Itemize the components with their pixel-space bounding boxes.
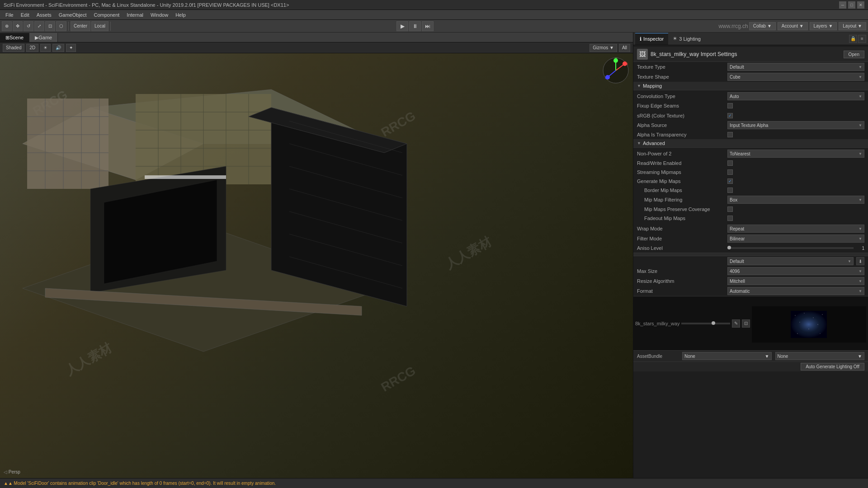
inspector-panel: ℹ Inspector ☀ 3 Lighting 🔒 ≡ 🖼 8k_stars_… bbox=[633, 33, 868, 478]
fixup-checkbox[interactable] bbox=[727, 103, 733, 108]
scene-viewport[interactable]: RRCG 人人素材 RRCG 人人素材 RRCG 人人素材 RRCG bbox=[0, 53, 633, 478]
account-button[interactable]: Account ▼ bbox=[778, 22, 808, 30]
preview-more-button[interactable]: ⊡ bbox=[742, 319, 750, 328]
layout-button[interactable]: Layout ▼ bbox=[839, 22, 866, 30]
aniso-slider[interactable] bbox=[727, 247, 854, 249]
tab-game[interactable]: ▶ Game bbox=[29, 33, 58, 42]
step-button[interactable]: ⏭ bbox=[422, 21, 434, 31]
border-mip-checkbox[interactable] bbox=[727, 188, 733, 193]
menu-edit[interactable]: Edit bbox=[17, 11, 33, 19]
menu-gameobject[interactable]: GameObject bbox=[55, 11, 90, 19]
pivot-center-button[interactable]: Center bbox=[71, 21, 90, 31]
texture-shape-dropdown[interactable]: Cube ▼ bbox=[727, 73, 864, 81]
mip-preserve-checkbox[interactable] bbox=[727, 206, 733, 212]
max-size-dropdown[interactable]: 4096 ▼ bbox=[727, 267, 864, 275]
layers-button[interactable]: Layers ▼ bbox=[810, 22, 837, 30]
menu-help[interactable]: Help bbox=[172, 11, 189, 19]
filter-mode-label: Filter Mode bbox=[637, 236, 727, 241]
main-layout: ⊞ Scene ▶ Game Shaded 2D ☀ 🔊 ✦ Gizmos ▼ … bbox=[0, 33, 868, 478]
tool-rotate[interactable]: ↺ bbox=[24, 21, 33, 31]
resize-algo-label: Resize Algorithm bbox=[637, 278, 727, 284]
generate-mip-checkbox[interactable] bbox=[727, 178, 733, 184]
alpha-source-dropdown[interactable]: Input Texture Alpha ▼ bbox=[727, 121, 864, 129]
space-local-button[interactable]: Local bbox=[91, 21, 108, 31]
toolbar: ⊕ ✥ ↺ ⤢ ⊡ ⬡ Center Local ▶ ⏸ ⏭ www.rrcg.… bbox=[0, 20, 868, 33]
lights-button[interactable]: ☀ bbox=[40, 44, 51, 52]
resize-algo-dropdown[interactable]: Mitchell ▼ bbox=[727, 277, 864, 285]
fx-button[interactable]: ✦ bbox=[66, 44, 76, 52]
alpha-source-label: Alpha Source bbox=[637, 122, 727, 128]
convolution-dropdown[interactable]: Auto ▼ bbox=[727, 92, 864, 100]
gizmos-button[interactable]: Gizmos ▼ bbox=[590, 44, 617, 52]
tool-scale[interactable]: ⤢ bbox=[34, 21, 44, 31]
tool-qwerty[interactable]: ⊕ bbox=[2, 21, 12, 31]
srgb-checkbox[interactable] bbox=[727, 113, 733, 118]
menu-component[interactable]: Component bbox=[90, 11, 123, 19]
svg-point-54 bbox=[809, 328, 809, 329]
pause-button[interactable]: ⏸ bbox=[409, 21, 421, 31]
texture-type-dropdown[interactable]: Default ▼ bbox=[727, 63, 864, 71]
audio-button[interactable]: 🔊 bbox=[52, 44, 64, 52]
mapping-section-header[interactable]: ▼ Mapping bbox=[633, 82, 868, 90]
tab-inspector[interactable]: ℹ Inspector bbox=[635, 33, 668, 45]
inspector-menu-button[interactable]: ≡ bbox=[858, 35, 866, 43]
alpha-transparency-checkbox[interactable] bbox=[727, 132, 733, 137]
aniso-value: 1 bbox=[855, 246, 864, 251]
texture-type-label: Texture Type bbox=[637, 64, 727, 70]
srgb-row: sRGB (Color Texture) bbox=[633, 111, 868, 120]
non-power-dropdown[interactable]: ToNearest ▼ bbox=[727, 150, 864, 158]
minimize-button[interactable]: ─ bbox=[839, 1, 846, 9]
mip-filtering-dropdown[interactable]: Box ▼ bbox=[727, 196, 864, 204]
shaded-button[interactable]: Shaded bbox=[3, 44, 24, 52]
close-button[interactable]: ✕ bbox=[857, 1, 864, 9]
streaming-checkbox[interactable] bbox=[727, 169, 733, 175]
assetbundle-variant[interactable]: None ▼ bbox=[775, 352, 865, 360]
menu-file[interactable]: File bbox=[2, 11, 17, 19]
readwrite-checkbox[interactable] bbox=[727, 160, 733, 166]
format-dropdown[interactable]: Automatic ▼ bbox=[727, 287, 864, 295]
play-button[interactable]: ▶ bbox=[396, 21, 408, 31]
tab-inspector-label: Inspector bbox=[643, 36, 664, 42]
non-power-row: Non-Power of 2 ToNearest ▼ bbox=[633, 149, 868, 159]
inspector-lock-button[interactable]: 🔒 bbox=[849, 35, 857, 43]
border-mip-row: Border Mip Maps bbox=[633, 186, 868, 195]
tool-rect[interactable]: ⊡ bbox=[45, 21, 55, 31]
tab-lighting[interactable]: ☀ 3 Lighting bbox=[668, 33, 705, 45]
scene-tabs: ⊞ Scene ▶ Game bbox=[0, 33, 633, 42]
menu-internal[interactable]: Internal bbox=[123, 11, 147, 19]
2d-button[interactable]: 2D bbox=[26, 44, 38, 52]
srgb-label: sRGB (Color Texture) bbox=[637, 113, 727, 118]
tool-transform[interactable]: ⬡ bbox=[56, 21, 66, 31]
inspector-tabs: ℹ Inspector ☀ 3 Lighting 🔒 ≡ bbox=[633, 33, 868, 45]
svg-point-50 bbox=[813, 317, 814, 318]
scene-gizmo[interactable]: X Y Z bbox=[602, 57, 629, 84]
preview-edit-button[interactable]: ✎ bbox=[732, 319, 740, 328]
non-power-label: Non-Power of 2 bbox=[637, 151, 727, 156]
preview-slider[interactable] bbox=[681, 323, 730, 324]
all-button[interactable]: All bbox=[619, 44, 630, 52]
tab-scene[interactable]: ⊞ Scene bbox=[0, 33, 29, 42]
advanced-arrow: ▼ bbox=[637, 141, 641, 145]
menu-window[interactable]: Window bbox=[147, 11, 172, 19]
wrap-mode-dropdown[interactable]: Repeat ▼ bbox=[727, 225, 864, 233]
filter-mode-dropdown[interactable]: Bilinear ▼ bbox=[727, 235, 864, 243]
open-button[interactable]: Open bbox=[844, 51, 864, 58]
collab-button[interactable]: Collab ▼ bbox=[749, 22, 776, 30]
maximize-button[interactable]: □ bbox=[848, 1, 855, 9]
tool-move[interactable]: ✥ bbox=[13, 21, 23, 31]
convolution-label: Convolution Type bbox=[637, 94, 727, 99]
game-icon: ▶ bbox=[35, 35, 38, 41]
generate-lighting-button[interactable]: Auto Generate Lighting Off bbox=[801, 363, 864, 371]
menu-assets[interactable]: Assets bbox=[33, 11, 55, 19]
platform-download-button[interactable]: ⬇ bbox=[856, 257, 864, 265]
platform-dropdown[interactable]: Default ▼ bbox=[727, 257, 854, 265]
wrap-mode-row: Wrap Mode Repeat ▼ bbox=[633, 224, 868, 234]
svg-rect-3 bbox=[27, 99, 108, 189]
url-label: www.rrcg.ch bbox=[718, 23, 748, 29]
assetbundle-value[interactable]: None ▼ bbox=[682, 352, 772, 360]
scene-toolbar: Shaded 2D ☀ 🔊 ✦ Gizmos ▼ All bbox=[0, 42, 633, 53]
advanced-section-header[interactable]: ▼ Advanced bbox=[633, 139, 868, 148]
svg-point-44 bbox=[623, 61, 627, 66]
fadeout-mip-checkbox[interactable] bbox=[727, 216, 733, 221]
streaming-mipmaps-row: Streaming Mipmaps bbox=[633, 168, 868, 177]
